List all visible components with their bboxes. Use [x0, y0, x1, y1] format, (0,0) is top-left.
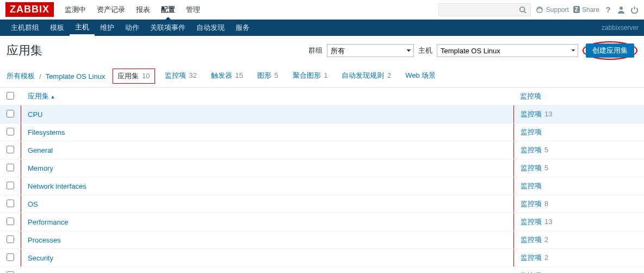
row-checkbox[interactable] — [7, 182, 14, 189]
subnav-item[interactable]: 服务 — [230, 20, 255, 36]
items-link[interactable]: 监控项 — [521, 182, 542, 190]
table-row: Network interfaces监控项 — [0, 177, 644, 195]
application-name-link[interactable]: Network interfaces — [28, 182, 86, 190]
user-icon[interactable] — [617, 5, 626, 14]
items-count: 5 — [543, 164, 549, 172]
items-count: 2 — [543, 235, 549, 244]
subnav-item[interactable]: 主机 — [70, 20, 95, 36]
tab-item[interactable]: Web 场景 — [401, 69, 440, 84]
logo[interactable]: ZABBIX — [5, 2, 54, 17]
support-link[interactable]: Support — [535, 5, 569, 14]
row-checkbox[interactable] — [7, 128, 14, 135]
support-label: Support — [546, 6, 569, 14]
share-icon: Z — [573, 6, 580, 13]
tab-item[interactable]: 聚合图形 1 — [288, 69, 332, 84]
items-count: 13 — [543, 110, 553, 118]
svg-line-1 — [524, 11, 526, 13]
breadcrumb-template[interactable]: Template OS Linux — [46, 72, 106, 80]
items-link[interactable]: 监控项 — [521, 128, 542, 136]
breadcrumb-root[interactable]: 所有模板 — [7, 71, 35, 81]
column-name[interactable]: 应用集▲ — [21, 88, 514, 106]
items-link[interactable]: 监控项 — [521, 146, 542, 154]
items-count: 13 — [543, 218, 553, 226]
breadcrumb-sep: / — [39, 72, 41, 80]
host-label: 主机 — [418, 46, 432, 55]
row-checkbox[interactable] — [7, 235, 14, 243]
subnav-item[interactable]: 自动发现 — [191, 20, 230, 36]
subnav-item[interactable]: 维护 — [95, 20, 120, 36]
help-icon[interactable]: ? — [604, 5, 612, 14]
tab-item[interactable]: 图形 5 — [253, 69, 283, 84]
sort-asc-icon: ▲ — [51, 94, 55, 100]
table-row: Template App Zabbix Agent: Zabbix agent监… — [0, 267, 644, 274]
tab-item[interactable]: 自动发现规则 2 — [337, 69, 395, 84]
application-name-link[interactable]: Memory — [28, 164, 53, 172]
row-checkbox[interactable] — [7, 200, 14, 207]
group-label: 群组 — [308, 46, 323, 55]
table-row: General监控项 5 — [0, 141, 644, 159]
table-row: Processes监控项 2 — [0, 231, 644, 249]
table-row: Filesystems监控项 — [0, 123, 644, 141]
share-label: Share — [582, 6, 599, 14]
svg-point-3 — [620, 7, 623, 10]
server-name: zabbixserver — [602, 24, 639, 32]
breadcrumb-tabs: 所有模板 / Template OS Linux 应用集 10监控项 32触发器… — [0, 65, 644, 88]
topnav-item[interactable]: 监测中 — [59, 0, 91, 20]
top-nav: 监测中资产记录报表配置管理 — [59, 0, 206, 20]
tab-item[interactable]: 监控项 32 — [160, 69, 201, 84]
application-name-link[interactable]: Performance — [28, 218, 68, 226]
topnav-item[interactable]: 资产记录 — [91, 0, 131, 20]
application-name-link[interactable]: General — [28, 146, 53, 154]
host-select[interactable]: Template OS Linux — [437, 44, 578, 57]
subnav-item[interactable]: 关联项事件 — [145, 20, 191, 36]
items-link[interactable]: 监控项 — [521, 218, 542, 226]
application-name-link[interactable]: Security — [28, 254, 53, 262]
create-highlight: 创建应用集 — [583, 41, 637, 60]
row-checkbox[interactable] — [7, 146, 14, 153]
tab-item[interactable]: 触发器 15 — [207, 69, 247, 84]
top-bar: ZABBIX 监测中资产记录报表配置管理 Support Z Share ? — [0, 0, 644, 20]
table-row: CPU监控项 13 — [0, 106, 644, 123]
select-all-checkbox[interactable] — [7, 92, 14, 100]
table-row: Performance监控项 13 — [0, 213, 644, 231]
table-row: OS监控项 8 — [0, 195, 644, 213]
search-icon — [518, 5, 527, 14]
topnav-item[interactable]: 管理 — [181, 0, 206, 20]
subnav-item[interactable]: 动作 — [120, 20, 145, 36]
page-title: 应用集 — [7, 42, 42, 59]
table-row: Memory监控项 5 — [0, 159, 644, 177]
search-input[interactable] — [438, 3, 531, 16]
topnav-item[interactable]: 报表 — [131, 0, 156, 20]
top-right: Support Z Share ? — [438, 3, 639, 16]
row-checkbox[interactable] — [7, 271, 14, 274]
subnav-item[interactable]: 模板 — [45, 20, 70, 36]
items-link[interactable]: 监控项 — [521, 110, 542, 118]
applications-table: 应用集▲ 监控项 CPU监控项 13Filesystems监控项General监… — [0, 88, 644, 273]
row-checkbox[interactable] — [7, 253, 14, 261]
column-items: 监控项 — [513, 88, 644, 106]
items-count: 8 — [543, 200, 549, 208]
row-checkbox[interactable] — [7, 164, 14, 171]
power-icon[interactable] — [630, 5, 639, 14]
application-name-link[interactable]: CPU — [28, 110, 42, 119]
items-count: 2 — [543, 253, 549, 262]
items-link[interactable]: 监控项 — [521, 164, 542, 172]
sub-nav: 主机群组模板主机维护动作关联项事件自动发现服务 zabbixserver — [0, 20, 644, 36]
items-link[interactable]: 监控项 — [521, 253, 542, 262]
tab-item[interactable]: 应用集 10 — [113, 69, 154, 84]
topnav-item[interactable]: 配置 — [156, 0, 181, 20]
filters: 群组 所有 主机 Template OS Linux 创建应用集 — [308, 41, 637, 60]
group-select[interactable]: 所有 — [327, 44, 414, 57]
items-link[interactable]: 监控项 — [521, 200, 542, 208]
items-link[interactable]: 监控项 — [521, 235, 542, 244]
application-name-link[interactable]: OS — [28, 200, 38, 208]
page-header: 应用集 群组 所有 主机 Template OS Linux 创建应用集 — [0, 36, 644, 65]
share-link[interactable]: Z Share — [573, 6, 599, 14]
row-checkbox[interactable] — [7, 110, 14, 117]
application-name-link[interactable]: Filesystems — [28, 128, 65, 136]
row-checkbox[interactable] — [7, 218, 14, 225]
support-icon — [535, 5, 544, 14]
create-application-button[interactable]: 创建应用集 — [586, 44, 634, 58]
subnav-item[interactable]: 主机群组 — [5, 20, 45, 36]
application-name-link[interactable]: Processes — [28, 236, 61, 244]
